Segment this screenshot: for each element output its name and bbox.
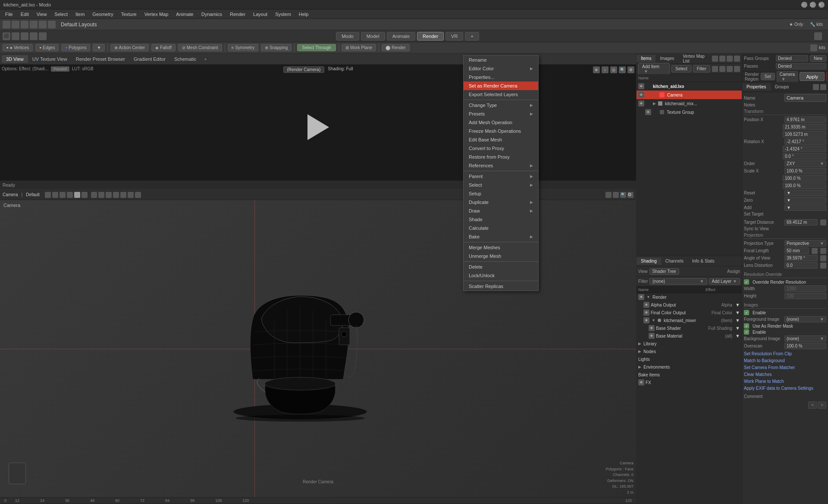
props-icon-2[interactable] bbox=[820, 84, 826, 90]
search-icon-right[interactable] bbox=[810, 44, 817, 51]
shader-vis-mixer[interactable]: 👁 bbox=[643, 317, 649, 323]
vp-nav-icon-3[interactable]: 🔍 bbox=[620, 192, 626, 198]
render-region-set-btn[interactable]: Set bbox=[761, 73, 775, 80]
ctrl-icon-2[interactable]: ○ bbox=[602, 66, 608, 73]
ctrl-icon-4[interactable]: 🔍 bbox=[619, 66, 626, 73]
vp-icon-10[interactable] bbox=[113, 192, 119, 198]
pass-new-btn[interactable]: New bbox=[810, 55, 826, 62]
menu-system[interactable]: System bbox=[272, 11, 295, 18]
shader-vis-basemtl[interactable]: 👁 bbox=[649, 333, 655, 339]
ctx-setup[interactable]: Setup bbox=[464, 189, 538, 198]
render-btn[interactable]: ⬤ Render bbox=[382, 44, 410, 51]
ctrl-icon-3[interactable]: ◎ bbox=[610, 66, 617, 73]
shader-vis-fx[interactable]: 👁 bbox=[638, 379, 644, 385]
effect-dropdown-base[interactable]: ▼ bbox=[735, 326, 740, 331]
ctx-unmerge-mesh[interactable]: Unmerge Mesh bbox=[464, 252, 538, 260]
mode-animate[interactable]: Animate bbox=[387, 32, 415, 41]
clear-matches-btn[interactable]: Clear Matches bbox=[744, 371, 826, 378]
shader-row-alpha[interactable]: 👁 Alpha Output Alpha ▼ bbox=[637, 301, 742, 309]
aov-value[interactable]: 39.5978 ° bbox=[784, 255, 818, 261]
items-panel-icon-4[interactable] bbox=[734, 56, 740, 62]
height-value[interactable]: 720 bbox=[784, 293, 826, 299]
apply-button[interactable]: Apply bbox=[800, 72, 825, 81]
toolbar-icon-1[interactable] bbox=[3, 21, 10, 28]
mode-modo[interactable]: Modo bbox=[336, 32, 359, 41]
tab-add[interactable]: + bbox=[201, 55, 210, 63]
edges-btn[interactable]: ● Edges bbox=[35, 44, 59, 51]
background-enable-checkbox[interactable]: ✓ bbox=[744, 329, 749, 335]
shader-vis-alpha[interactable]: 👁 bbox=[643, 302, 649, 308]
effect-dropdown-alpha[interactable]: ▼ bbox=[735, 302, 740, 307]
apply-exif-btn[interactable]: Apply EXIF data to Camera Settings bbox=[744, 385, 826, 391]
ctx-references[interactable]: References ▶ bbox=[464, 161, 538, 170]
render-region-camera-dropdown[interactable]: Camera ▼ bbox=[777, 71, 798, 82]
shader-row-final-color[interactable]: 👁 Final Color Output Final Color ▼ bbox=[637, 309, 742, 316]
render-mask-checkbox[interactable]: ✓ bbox=[744, 323, 749, 329]
toolbar-icon-4[interactable] bbox=[30, 21, 38, 28]
add-dropdown[interactable]: ▼ bbox=[784, 204, 826, 211]
td-icon[interactable] bbox=[820, 219, 826, 225]
set-res-from-clip-btn[interactable]: Set Resolution From Clip bbox=[744, 350, 826, 357]
vp-icon-7[interactable] bbox=[91, 192, 97, 198]
mode-model[interactable]: Model bbox=[361, 32, 385, 41]
shader-row-environments[interactable]: ▶ Environments bbox=[637, 363, 742, 371]
scale-y-value[interactable]: 100.0 % bbox=[783, 175, 826, 182]
items-tab[interactable]: Items bbox=[637, 55, 656, 62]
ctx-shade[interactable]: Shade bbox=[464, 215, 538, 224]
filter-button[interactable]: Filter bbox=[693, 65, 710, 72]
filter-none-dropdown[interactable]: (none) ▼ bbox=[649, 278, 707, 285]
shader-row-mixer[interactable]: 👁 ▼ kitchenaid_mixer (Item) ▼ bbox=[637, 316, 742, 324]
mode-icon-1[interactable]: ⬛ bbox=[3, 32, 10, 40]
info-stats-tab[interactable]: Info & Stats bbox=[688, 257, 719, 265]
foreground-enable-checkbox[interactable]: ✓ bbox=[744, 310, 749, 315]
menu-edit[interactable]: Edit bbox=[17, 11, 32, 18]
menu-animate[interactable]: Animate bbox=[172, 11, 197, 18]
mode-vr[interactable]: VR bbox=[445, 32, 463, 41]
ctx-change-type[interactable]: Change Type ▶ bbox=[464, 101, 538, 110]
vp-icon-1[interactable] bbox=[45, 192, 51, 198]
match-to-bg-btn[interactable]: Match to Background bbox=[744, 357, 826, 364]
toolbar-icon-3[interactable] bbox=[21, 21, 28, 28]
expand-mixer[interactable]: ▶ bbox=[653, 101, 656, 106]
menu-dynamics[interactable]: Dynamics bbox=[198, 11, 226, 18]
ctx-add-mesh-op[interactable]: Add Mesh Operation bbox=[464, 118, 538, 127]
ctx-editor-color[interactable]: Editor Color ▶ bbox=[464, 64, 538, 73]
expand-library[interactable]: ▶ bbox=[638, 341, 641, 346]
props-icon-1[interactable] bbox=[813, 84, 819, 90]
shading-tab[interactable]: Shading bbox=[637, 257, 661, 265]
ctrl-icon-5[interactable]: ⚙ bbox=[627, 66, 634, 73]
ctx-rename[interactable]: Rename bbox=[464, 56, 538, 64]
vp-icon-5[interactable] bbox=[74, 192, 80, 198]
ctx-set-render-camera[interactable]: Set as Render Camera bbox=[464, 81, 538, 90]
reset-dropdown[interactable]: ▼ bbox=[784, 190, 826, 196]
effect-dropdown-final[interactable]: ▼ bbox=[735, 310, 740, 315]
minimize-btn[interactable]: – bbox=[801, 2, 807, 8]
scale-x-value[interactable]: 100.0 % bbox=[784, 168, 826, 174]
aov-icon[interactable] bbox=[820, 255, 826, 261]
ctx-freeze-mesh[interactable]: Freeze Mesh Operations bbox=[464, 127, 538, 135]
effect-dropdown-mixer[interactable]: ▼ bbox=[735, 318, 740, 323]
shader-row-base-material[interactable]: 👁 Base Material (all) ▼ bbox=[637, 332, 742, 340]
menu-item[interactable]: Item bbox=[72, 11, 88, 18]
work-plane-to-match-btn[interactable]: Work Plane to Match bbox=[744, 378, 826, 385]
items-panel-icon-2[interactable] bbox=[719, 56, 725, 62]
images-tab[interactable]: Images bbox=[656, 55, 678, 62]
shader-row-bake[interactable]: Bake Items bbox=[637, 371, 742, 379]
add-layer-btn[interactable]: Add Layer ▼ bbox=[709, 278, 740, 285]
rotation-y-value[interactable]: -1.4324 ° bbox=[783, 146, 826, 152]
toolbar-icon-5[interactable] bbox=[39, 21, 47, 28]
fl-icon2[interactable] bbox=[820, 248, 826, 254]
vp-icon-13[interactable] bbox=[135, 192, 141, 198]
props-nav-right[interactable]: > bbox=[818, 401, 826, 409]
ctx-restore-proxy[interactable]: Restore from Proxy bbox=[464, 153, 538, 161]
vertex-map-list-tab[interactable]: Vertex Map List bbox=[678, 53, 710, 65]
close-btn[interactable]: × bbox=[819, 2, 825, 8]
vp-icon-12[interactable] bbox=[128, 192, 134, 198]
vp-icon-9[interactable] bbox=[106, 192, 112, 198]
vp-icon-11[interactable] bbox=[120, 192, 126, 198]
mode-icon-4[interactable] bbox=[30, 32, 38, 40]
zero-dropdown[interactable]: ▼ bbox=[784, 197, 826, 203]
ctx-presets[interactable]: Presets ▶ bbox=[464, 110, 538, 118]
vp-nav-icon-4[interactable]: ⚙ bbox=[627, 192, 634, 198]
menu-select[interactable]: Select bbox=[51, 11, 71, 18]
